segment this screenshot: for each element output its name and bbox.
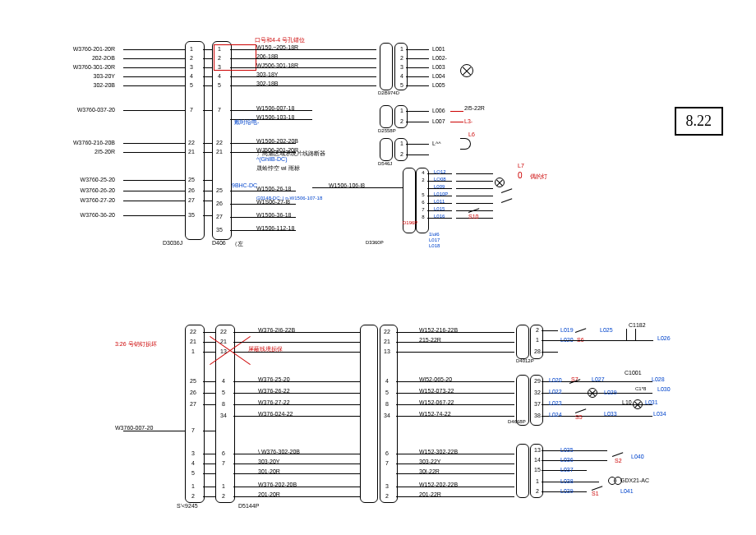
br3-l041: L041	[620, 488, 634, 494]
pin: 21	[383, 339, 391, 344]
pin: 4	[398, 73, 406, 79]
pin: 5	[219, 390, 228, 395]
pin: 7	[383, 460, 391, 466]
pin: 2	[398, 118, 406, 124]
wire-label: WJ506-301-18R	[256, 62, 298, 68]
wire-label: W376-202-20B	[258, 482, 297, 487]
switch-3	[468, 209, 485, 215]
wire-label: 303-18Y	[256, 71, 278, 77]
wire	[203, 454, 215, 454]
pin: 26	[189, 390, 197, 395]
wire	[203, 393, 215, 394]
br2-l027: L027	[592, 376, 605, 382]
pin: 4	[189, 460, 197, 466]
pin: 4	[419, 170, 427, 175]
wire-label: 215-22R	[419, 337, 441, 343]
connector-d2b974d	[380, 43, 393, 90]
pin: 3	[215, 64, 224, 70]
pin: 22	[215, 140, 224, 145]
pin: 2	[219, 493, 228, 499]
label-d406-le: （左	[232, 240, 243, 248]
wire-label: 201-22R	[419, 491, 441, 497]
connector-br3	[516, 444, 529, 498]
switch-b1	[575, 329, 592, 335]
pin: 2	[398, 55, 406, 61]
wire-label: 302-18B	[256, 81, 278, 86]
wire	[123, 85, 185, 86]
wire	[233, 404, 360, 405]
wire-label: W1506-007-18	[256, 105, 294, 111]
lamp-icon-2	[495, 178, 505, 187]
wire-label: W3760-26-20	[81, 187, 115, 193]
wire-label: L010P	[434, 191, 448, 196]
r3-l6: L6	[468, 131, 475, 137]
pin: 4	[383, 378, 391, 384]
br2-c18: C1*8	[635, 386, 646, 391]
r4-ex3: L018	[429, 243, 440, 248]
wire-label: W1506-36-18	[256, 212, 291, 218]
anno-timed: 戴时给电-	[234, 118, 259, 127]
wire-label: W3760-201-20R	[73, 46, 115, 52]
wire	[456, 203, 493, 204]
wire	[230, 76, 376, 77]
pin: 1	[189, 483, 197, 489]
switch-2	[501, 199, 518, 205]
wire-label: L006	[432, 108, 445, 113]
wire-label: L^^	[432, 141, 440, 146]
wire-label: \ W376-302-20B	[258, 449, 300, 454]
wire	[203, 201, 212, 201]
br2-l030: L030	[657, 386, 671, 392]
pin: 5	[215, 82, 224, 88]
pin: 27	[187, 197, 196, 203]
wire	[456, 188, 493, 189]
wire-label: L020	[549, 377, 562, 383]
br2-l10: L10	[622, 399, 632, 405]
pin: 3	[189, 450, 197, 456]
br2-l031: L031	[645, 399, 658, 405]
wire-label: W152-216-22B	[419, 327, 458, 333]
wire-label: L004	[432, 73, 445, 79]
wire-label: W376-25-20	[258, 376, 290, 382]
wire-label: W152-74-22	[419, 411, 451, 417]
pin: 4	[187, 73, 196, 79]
wire-label: W3760-037-20	[77, 107, 115, 113]
wire-label: L002-	[432, 55, 447, 61]
pin: 7	[187, 107, 196, 113]
wire	[203, 487, 215, 487]
wire	[123, 201, 185, 201]
wire	[233, 496, 360, 497]
wire	[396, 352, 514, 353]
br2-l029: L029	[604, 390, 617, 395]
wire	[203, 191, 212, 191]
cap-c1182	[626, 329, 636, 340]
wire-label: L037	[560, 467, 574, 473]
lamp-br2b	[633, 399, 643, 409]
wire-label: L001	[432, 46, 445, 52]
wire-label: L039	[560, 488, 574, 494]
lamp-br2	[588, 388, 597, 398]
wire	[203, 431, 215, 431]
br1-c1182: C1182	[629, 322, 646, 328]
wire-label: 30I-22R	[419, 468, 440, 474]
connector-d2558p	[380, 105, 393, 128]
note-top-pinshift: 口号和4-4 号孔错位	[255, 36, 305, 44]
wire	[203, 381, 215, 382]
pin: 8	[419, 214, 427, 219]
lamp-zero: 0	[518, 171, 523, 180]
wire-label: 206-18B	[256, 53, 278, 59]
wire	[123, 152, 185, 153]
wire-label: L005	[432, 82, 445, 88]
wire-label: L011	[434, 199, 445, 204]
wire	[542, 330, 558, 331]
pin: 15	[533, 467, 542, 473]
pin: 2	[215, 55, 224, 61]
pin: 37	[533, 401, 542, 407]
wire	[406, 76, 429, 77]
pin: 13	[533, 447, 542, 453]
pin: 8	[383, 401, 391, 407]
pin: 27	[189, 401, 197, 407]
wire	[396, 496, 514, 497]
pin: 22	[187, 140, 196, 145]
pin: 2	[383, 493, 391, 499]
lamp-note: 偶的灯	[530, 173, 547, 181]
